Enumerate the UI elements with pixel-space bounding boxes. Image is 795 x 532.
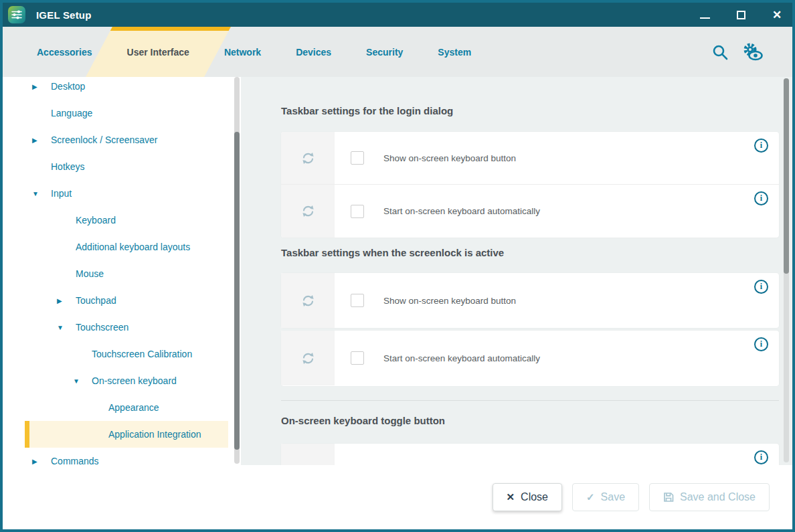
sidebar-item-hotkeys[interactable]: Hotkeys <box>25 153 228 180</box>
reset-sync-icon <box>300 151 316 166</box>
tab-label: User Interface <box>127 47 189 58</box>
sidebar-item-label: Additional keyboard layouts <box>76 242 190 252</box>
maximize-button[interactable] <box>735 9 747 21</box>
info-icon[interactable]: i <box>754 191 768 205</box>
sidebar-item-desktop[interactable]: ▶Desktop <box>25 77 228 100</box>
info-icon[interactable]: i <box>754 450 768 464</box>
sidebar-item-label: Hotkeys <box>51 161 85 172</box>
tab-label: Accessories <box>37 47 92 58</box>
sidebar-item-touchpad[interactable]: ▶Touchpad <box>25 287 228 314</box>
save-and-close-button-label: Save and Close <box>680 491 756 503</box>
checkbox-start-onscreen-keyboard-auto-screenlock[interactable] <box>351 351 364 365</box>
sidebar-item-language[interactable]: Language <box>25 100 228 126</box>
settings-card-group: Show on-screen keyboard button i <box>281 132 779 238</box>
minimize-button[interactable] <box>699 9 711 21</box>
expand-arrow-icon[interactable]: ▼ <box>32 190 51 197</box>
content-scrollbar-track[interactable] <box>784 78 789 462</box>
sidebar-item-application-integration[interactable]: Application Integration <box>25 421 228 448</box>
sidebar-item-keyboard[interactable]: Keyboard <box>25 207 228 234</box>
search-icon[interactable] <box>711 43 729 62</box>
sidebar-item-label: Language <box>51 108 92 118</box>
sidebar-item-additional-keyboard-layouts[interactable]: Additional keyboard layouts <box>25 234 228 260</box>
save-button-label: Save <box>601 491 625 503</box>
sidebar-item-label: Touchscreen <box>76 322 128 333</box>
checkbox-start-onscreen-keyboard-auto[interactable] <box>351 205 364 218</box>
section-heading-toggle-button: On-screen keyboard toggle button <box>281 415 445 426</box>
sidebar-item-input[interactable]: ▼Input <box>25 180 228 207</box>
setting-label: Show on-screen keyboard button <box>383 153 516 163</box>
sidebar-item-label: Touchpad <box>76 295 116 306</box>
sidebar-scrollbar-thumb[interactable] <box>234 132 240 450</box>
sidebar-item-appearance[interactable]: Appearance <box>25 394 228 421</box>
settings-card: Show on-screen keyboard button i <box>281 273 779 328</box>
setting-row-partial: i <box>281 444 779 465</box>
sidebar-item-commands[interactable]: ▶Commands <box>25 448 228 465</box>
info-icon[interactable]: i <box>754 139 768 153</box>
info-icon[interactable]: i <box>754 337 768 351</box>
setting-row-show-keyboard-screenlock: Show on-screen keyboard button i <box>281 273 779 328</box>
window-title: IGEL Setup <box>36 9 92 21</box>
setting-row-start-keyboard-screenlock: Start on-screen keyboard automatically i <box>281 331 779 385</box>
sidebar-item-touchscreen[interactable]: ▼Touchscreen <box>25 314 228 341</box>
sidebar-item-touchscreen-calibration[interactable]: Touchscreen Calibration <box>25 341 228 367</box>
sidebar-scrollbar-track[interactable] <box>234 77 240 464</box>
expand-arrow-icon[interactable]: ▼ <box>57 324 76 331</box>
setting-row-show-keyboard-login: Show on-screen keyboard button i <box>281 132 779 185</box>
settings-content-pane: Taskbar settings for the login dialog <box>241 77 792 465</box>
info-icon[interactable]: i <box>754 280 768 294</box>
collapse-arrow-icon[interactable]: ▶ <box>32 83 51 90</box>
section-heading-screenlock: Taskbar settings when the screenlock is … <box>281 247 504 258</box>
gear-eye-icon[interactable] <box>740 41 764 63</box>
tab-label: Network <box>224 47 261 58</box>
reset-setting-button[interactable] <box>281 185 335 238</box>
reset-sync-icon <box>300 203 316 219</box>
sidebar-item-label: On-screen keyboard <box>92 375 177 386</box>
reset-setting-button[interactable] <box>281 273 335 328</box>
reset-sync-icon <box>300 351 316 366</box>
section-divider <box>281 400 779 401</box>
settings-card: Start on-screen keyboard automatically i <box>281 331 779 386</box>
tab-label: Devices <box>296 47 331 58</box>
close-button[interactable]: ✕ Close <box>493 483 562 511</box>
close-window-button[interactable]: ✕ <box>771 9 783 21</box>
tab-system[interactable]: System <box>420 27 489 77</box>
sidebar-item-label: Appearance <box>108 402 159 413</box>
tab-label: System <box>438 47 471 58</box>
sidebar-item-label: Application Integration <box>108 429 201 440</box>
tab-security[interactable]: Security <box>349 27 420 77</box>
sidebar-item-label: Desktop <box>51 81 85 92</box>
content-scrollbar-thumb[interactable] <box>784 78 789 274</box>
check-icon: ✓ <box>586 491 595 503</box>
tab-devices[interactable]: Devices <box>278 27 349 77</box>
settings-tree-sidebar: ▶Desktop Language ▶Screenlock / Screensa… <box>3 77 241 465</box>
tab-user-interface[interactable]: User Interface <box>110 27 207 77</box>
collapse-arrow-icon[interactable]: ▶ <box>32 458 51 465</box>
main-tab-bar: Accessories User Interface Network Devic… <box>3 27 792 77</box>
igel-setup-window: IGEL Setup ✕ Accessories User Interface … <box>0 0 795 532</box>
app-logo-icon <box>8 6 25 23</box>
sidebar-item-label: Touchscreen Calibration <box>92 349 192 359</box>
reset-setting-button[interactable] <box>281 132 335 184</box>
reset-setting-button[interactable] <box>281 444 335 465</box>
footer-action-bar: ✕ Close ✓ Save Save and Close <box>3 465 792 529</box>
collapse-arrow-icon[interactable]: ▶ <box>57 297 76 304</box>
settings-tree: ▶Desktop Language ▶Screenlock / Screensa… <box>25 77 228 465</box>
window-controls: ✕ <box>699 9 783 21</box>
close-x-icon: ✕ <box>507 491 515 503</box>
sidebar-item-on-screen-keyboard[interactable]: ▼On-screen keyboard <box>25 367 228 394</box>
sidebar-item-label: Keyboard <box>76 215 116 226</box>
expand-arrow-icon[interactable]: ▼ <box>73 377 92 385</box>
floppy-icon <box>663 492 674 503</box>
checkbox-show-onscreen-keyboard-button[interactable] <box>351 151 364 165</box>
setting-row-start-keyboard-login: Start on-screen keyboard automatically i <box>281 185 779 238</box>
title-bar: IGEL Setup ✕ <box>3 3 792 27</box>
tab-network[interactable]: Network <box>207 27 278 77</box>
setting-label: Start on-screen keyboard automatically <box>383 353 540 363</box>
sidebar-item-mouse[interactable]: Mouse <box>25 260 228 287</box>
sidebar-item-screenlock-screensaver[interactable]: ▶Screenlock / Screensaver <box>25 126 228 153</box>
settings-card-partial: i <box>281 444 779 465</box>
tab-label: Security <box>366 47 403 58</box>
checkbox-show-onscreen-keyboard-button-screenlock[interactable] <box>351 294 364 307</box>
collapse-arrow-icon[interactable]: ▶ <box>32 137 51 144</box>
reset-setting-button[interactable] <box>281 331 335 385</box>
